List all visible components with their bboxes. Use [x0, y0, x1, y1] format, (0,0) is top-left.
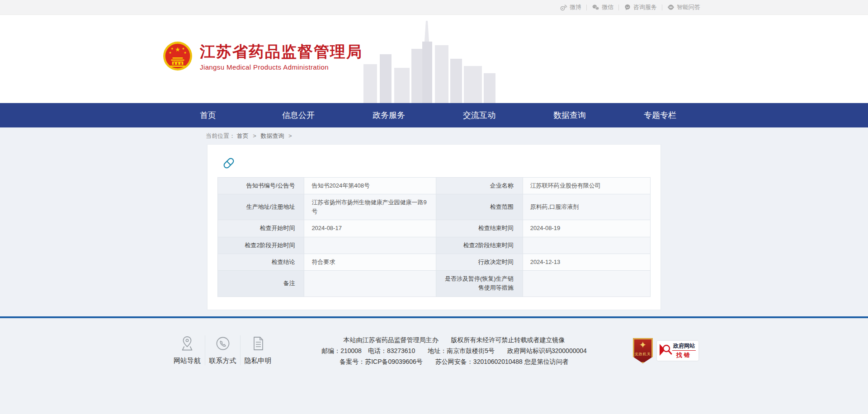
svg-text:★: ★ [175, 46, 180, 53]
remarks-label: 备注 [218, 270, 304, 296]
company-name-label: 企业名称 [436, 178, 523, 194]
smart-qa-link[interactable]: 智能问答 [662, 3, 705, 11]
phase2-end-value [523, 237, 650, 254]
inspection-detail-card: 告知书编号/公告号 告知书2024年第408号 企业名称 江苏联环药业股份有限公… [207, 144, 661, 310]
weibo-label: 微博 [570, 3, 581, 11]
consult-service-label: 咨询服务 [633, 3, 657, 11]
document-icon [251, 345, 265, 353]
footer-line-icp: 备案号：苏ICP备09039606号 苏公网安备：32010602010488 … [286, 356, 622, 367]
nav-item-special-topics[interactable]: 专题专栏 [615, 103, 705, 127]
inspection-end-value: 2024-08-19 [523, 220, 650, 237]
error-report-badge[interactable]: 政府网站 找错 [657, 341, 698, 361]
notice-number-value: 告知书2024年第408号 [304, 178, 436, 194]
quick-links: 微博 微信 [163, 0, 705, 14]
privacy-link[interactable]: 隐私申明 [240, 335, 275, 365]
conclusion-value: 符合要求 [304, 254, 436, 270]
breadcrumb-home[interactable]: 首页 [237, 132, 249, 139]
weibo-link[interactable]: 微博 [555, 3, 586, 11]
site-header: ★ ★ ★ ★ ★ 江苏省药品监督管理局 Jiangsu Medical Pro… [0, 15, 868, 103]
footer-info: 本站由江苏省药品监督管理局主办 版权所有未经许可禁止转载或者建立镜像 邮编：21… [275, 334, 633, 367]
site-map-link[interactable]: 网站导航 [170, 335, 205, 365]
site-title: 江苏省药品监督管理局 [200, 43, 363, 61]
table-row: 生产地址/注册地址 江苏省扬州市扬州生物健康产业园健康一路9号 检查范围 原料药… [218, 194, 651, 220]
footer-line-contact: 邮编：210008 电话：83273610 地址：南京市鼓楼街5号 政府网站标识… [286, 345, 622, 356]
contact-label: 联系方式 [205, 357, 240, 365]
magnifier-icon [659, 342, 672, 359]
footer-links: 网站导航 联系方式 [170, 334, 275, 365]
main-navigation: 首页 信息公开 政务服务 交流互动 数据查询 专题专栏 [0, 103, 868, 127]
table-row: 检查结论 符合要求 行政决定时间 2024-12-13 [218, 254, 651, 270]
smart-qa-label: 智能问答 [677, 3, 700, 11]
robot-icon [667, 4, 675, 11]
contact-link[interactable]: 联系方式 [205, 335, 240, 365]
phase2-start-label: 检查2阶段开始时间 [218, 237, 304, 254]
chat-bubble-icon [624, 4, 631, 11]
breadcrumb: 当前位置： 首页 > 数据查询 > [206, 127, 662, 144]
footer-badges: ✦ 党政机关 政府网站 找错 [633, 334, 698, 363]
breadcrumb-separator: > [253, 132, 256, 139]
table-row: 告知书编号/公告号 告知书2024年第408号 企业名称 江苏联环药业股份有限公… [218, 178, 651, 194]
nav-item-home[interactable]: 首页 [163, 103, 253, 127]
svg-text:★: ★ [169, 51, 171, 55]
site-brand[interactable]: ★ ★ ★ ★ ★ 江苏省药品监督管理局 Jiangsu Medical Pro… [163, 41, 363, 73]
site-subtitle: Jiangsu Medical Products Administration [200, 63, 363, 71]
gov-agency-badge-label: 党政机关 [635, 352, 651, 357]
wechat-link[interactable]: 微信 [587, 3, 618, 11]
consult-service-link[interactable]: 咨询服务 [619, 3, 662, 11]
nav-item-data-query[interactable]: 数据查询 [524, 103, 615, 127]
svg-text:★: ★ [184, 51, 186, 55]
company-name-value: 江苏联环药业股份有限公司 [523, 178, 650, 194]
production-address-label: 生产地址/注册地址 [218, 194, 304, 220]
wechat-label: 微信 [602, 3, 613, 11]
inspection-start-value: 2024-08-17 [304, 220, 436, 237]
gov-agency-badge[interactable]: ✦ 党政机关 [633, 338, 653, 363]
city-skyline-decoration [357, 21, 497, 103]
remarks-value [304, 270, 436, 296]
table-row: 备注 是否涉及暂停(恢复)生产销售使用等措施 [218, 270, 651, 296]
wechat-icon [592, 4, 599, 11]
decision-date-label: 行政决定时间 [436, 254, 523, 270]
site-footer: 网站导航 联系方式 [0, 318, 868, 414]
inspection-scope-value: 原料药,口服溶液剂 [523, 194, 650, 220]
breadcrumb-separator: > [288, 132, 292, 139]
svg-text:★: ★ [170, 47, 173, 51]
phase2-start-value [304, 237, 436, 254]
conclusion-label: 检查结论 [218, 254, 304, 270]
phase2-end-label: 检查2阶段结束时间 [436, 237, 523, 254]
inspection-detail-table: 告知书编号/公告号 告知书2024年第408号 企业名称 江苏联环药业股份有限公… [217, 177, 651, 297]
inspection-scope-label: 检查范围 [436, 194, 523, 220]
shield-emblem-icon: ✦ [639, 338, 647, 352]
map-pin-icon [180, 345, 194, 353]
table-row: 检查开始时间 2024-08-17 检查结束时间 2024-08-19 [218, 220, 651, 237]
decision-date-value: 2024-12-13 [523, 254, 650, 270]
weibo-icon [560, 4, 567, 11]
breadcrumb-data-query[interactable]: 数据查询 [260, 132, 284, 139]
main-content: 当前位置： 首页 > 数据查询 > 告知书编号/公告号 告知书2024年第408… [0, 127, 868, 316]
phone-icon [215, 345, 231, 353]
inspection-end-label: 检查结束时间 [436, 220, 523, 237]
error-report-site-label: 政府网站 [672, 342, 696, 351]
production-address-value: 江苏省扬州市扬州生物健康产业园健康一路9号 [304, 194, 436, 220]
nav-item-gov-services[interactable]: 政务服务 [344, 103, 434, 127]
suspension-measures-value [523, 270, 650, 296]
table-row: 检查2阶段开始时间 检查2阶段结束时间 [218, 237, 651, 254]
footer-line-host: 本站由江苏省药品监督管理局主办 版权所有未经许可禁止转载或者建立镜像 [286, 334, 622, 345]
error-report-label: 找错 [672, 351, 696, 359]
national-emblem-logo: ★ ★ ★ ★ ★ [163, 41, 193, 73]
suspension-measures-label: 是否涉及暂停(恢复)生产销售使用等措施 [436, 270, 523, 296]
notice-number-label: 告知书编号/公告号 [218, 178, 304, 194]
inspection-start-label: 检查开始时间 [218, 220, 304, 237]
pill-icon [221, 155, 651, 171]
nav-item-interaction[interactable]: 交流互动 [434, 103, 524, 127]
site-map-label: 网站导航 [170, 357, 205, 365]
top-utility-bar: 微博 微信 [0, 0, 868, 15]
svg-text:★: ★ [182, 47, 184, 51]
nav-item-info-disclosure[interactable]: 信息公开 [253, 103, 344, 127]
privacy-label: 隐私申明 [241, 357, 275, 365]
breadcrumb-prefix: 当前位置： [206, 132, 235, 139]
